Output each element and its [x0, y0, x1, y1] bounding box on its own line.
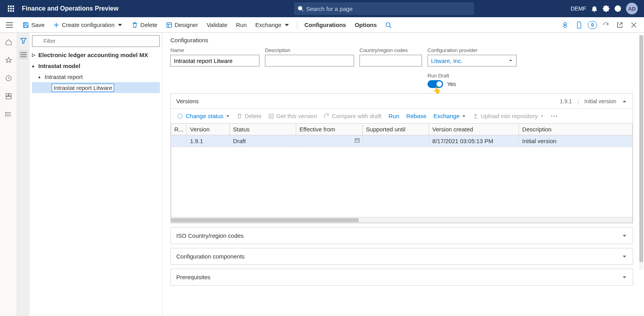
col-supported[interactable]: Supported until — [363, 124, 429, 135]
more-icon[interactable]: ··· — [549, 113, 561, 119]
create-config-button[interactable]: Create configuration — [49, 19, 127, 31]
provider-select[interactable]: Litware, Inc. — [428, 55, 517, 66]
gear-icon[interactable] — [603, 5, 610, 12]
refresh-icon[interactable] — [600, 20, 611, 31]
bell-icon[interactable] — [591, 5, 598, 12]
avatar[interactable]: AD — [626, 3, 638, 14]
col-description[interactable]: Description — [519, 124, 633, 135]
search-box[interactable]: Search for a page — [294, 2, 474, 15]
exchange-button[interactable]: Exchange — [251, 19, 294, 31]
popout-icon[interactable] — [614, 20, 625, 31]
tree-item[interactable]: ▷Electronic ledger accounting model MX — [32, 49, 160, 60]
col-created[interactable]: Version created — [429, 124, 519, 135]
vertical-scrollbar[interactable] — [639, 35, 643, 270]
star-icon[interactable] — [3, 55, 14, 66]
rebase-button[interactable]: Rebase — [404, 111, 429, 121]
list-strip-icon[interactable] — [19, 50, 28, 59]
svg-rect-4 — [10, 8, 12, 9]
svg-point-37 — [5, 116, 6, 117]
country-input[interactable] — [360, 55, 422, 66]
svg-rect-5 — [13, 8, 14, 9]
version-run-button[interactable]: Run — [386, 111, 402, 121]
delete-button[interactable]: Delete — [128, 19, 161, 31]
filter-strip-icon[interactable] — [19, 36, 28, 45]
main-content: Configurations Name Description Country/… — [163, 33, 644, 316]
save-button[interactable]: Save — [19, 19, 48, 31]
svg-rect-21 — [167, 23, 172, 27]
hamburger-icon[interactable] — [2, 22, 17, 28]
home-icon[interactable] — [3, 37, 14, 48]
svg-rect-45 — [355, 139, 360, 143]
components-section[interactable]: Configuration components — [170, 248, 633, 265]
iso-section[interactable]: ISO Country/region codes — [170, 227, 633, 244]
col-effective[interactable]: Effective from — [296, 124, 363, 135]
svg-rect-29 — [6, 93, 8, 96]
chevron-down-icon[interactable]: ▴ — [38, 74, 45, 79]
config-tree: ▷Electronic ledger accounting model MX ▴… — [32, 49, 160, 93]
workspace-icon[interactable] — [3, 91, 14, 102]
search-placeholder: Search for a page — [306, 5, 352, 12]
svg-rect-2 — [13, 5, 14, 7]
versions-summary-desc: Initial version — [584, 98, 616, 104]
svg-rect-31 — [6, 97, 11, 99]
close-icon[interactable] — [628, 20, 639, 31]
upload-button[interactable]: Upload into repository — [470, 111, 546, 121]
tree-item[interactable]: ▴Intrastat model — [32, 60, 160, 71]
table-row[interactable]: 1.9.1 Draft 8/17/2021 03:05:13 PM Initia… — [171, 135, 633, 147]
top-bar: Finance and Operations Preview Search fo… — [0, 0, 644, 17]
versions-table: R... Version Status Effective from Suppo… — [171, 123, 633, 147]
svg-line-10 — [302, 10, 303, 11]
app-title: Finance and Operations Preview — [22, 5, 198, 12]
validate-button[interactable]: Validate — [203, 19, 231, 31]
svg-rect-8 — [13, 10, 14, 12]
tree-item[interactable]: ▴Intrastat report — [32, 71, 160, 82]
col-r[interactable]: R... — [171, 124, 187, 135]
country-label: Country/region codes — [360, 47, 422, 53]
calendar-icon[interactable] — [354, 138, 360, 143]
change-status-button[interactable]: Change status — [175, 111, 232, 121]
designer-button[interactable]: Designer — [162, 19, 202, 31]
provider-label: Configuration provider — [428, 47, 517, 53]
svg-rect-7 — [10, 10, 12, 12]
description-input[interactable] — [265, 55, 354, 66]
version-exchange-button[interactable]: Exchange — [431, 111, 468, 121]
versions-section: Versions 1.9.1 | Initial version Change … — [170, 93, 633, 223]
compare-button[interactable]: Compare with draft — [322, 111, 384, 121]
notification-badge[interactable]: 0 — [588, 21, 597, 29]
run-button[interactable]: Run — [232, 19, 251, 31]
recent-icon[interactable] — [3, 73, 14, 84]
collapse-icon[interactable] — [622, 99, 627, 104]
configurations-tab[interactable]: Configurations — [301, 19, 350, 31]
name-input[interactable] — [170, 55, 259, 66]
chevron-down-icon[interactable]: ▴ — [32, 63, 38, 68]
col-version[interactable]: Version — [187, 124, 230, 135]
svg-point-9 — [298, 6, 302, 10]
horizontal-scrollbar[interactable] — [171, 217, 633, 223]
svg-rect-44 — [269, 114, 274, 118]
svg-rect-1 — [10, 5, 12, 7]
chevron-right-icon[interactable]: ▷ — [32, 52, 38, 57]
col-status[interactable]: Status — [230, 124, 296, 135]
company-code[interactable]: DEMF — [571, 5, 586, 12]
options-tab[interactable]: Options — [351, 19, 381, 31]
tree-filter-input[interactable] — [32, 35, 160, 47]
diamond-icon[interactable] — [560, 20, 571, 31]
rundraft-label: Run Draft — [428, 73, 517, 79]
help-icon[interactable] — [614, 5, 621, 12]
prerequisites-section[interactable]: Prerequisites — [170, 269, 633, 285]
svg-rect-6 — [8, 10, 9, 12]
left-rail — [0, 33, 17, 316]
action-bar: Save Create configuration Delete Designe… — [0, 17, 644, 33]
nav-sidebar: ▷Electronic ledger accounting model MX ▴… — [17, 33, 163, 316]
version-delete-button[interactable]: Delete — [234, 111, 264, 121]
svg-point-35 — [5, 112, 6, 113]
modules-icon[interactable] — [3, 109, 14, 120]
svg-point-24 — [386, 23, 390, 27]
get-version-button[interactable]: Get this version — [266, 111, 319, 121]
page-icon[interactable] — [574, 20, 585, 31]
tree-item-selected[interactable]: Intrastat report Litware — [32, 82, 160, 93]
search-action-icon[interactable] — [381, 20, 395, 31]
rundraft-toggle[interactable]: 👆 — [428, 80, 443, 88]
svg-rect-0 — [8, 5, 9, 7]
waffle-icon[interactable] — [3, 5, 19, 12]
